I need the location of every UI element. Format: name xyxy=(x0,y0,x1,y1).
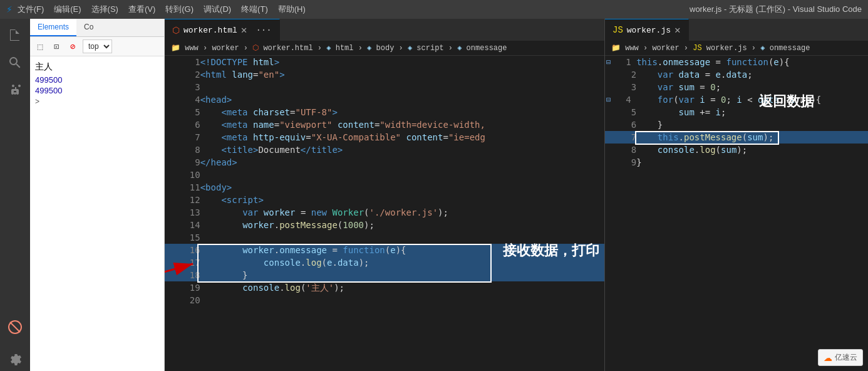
code-line: 5 sum += i; xyxy=(605,106,868,118)
menu-debug[interactable]: 调试(D) xyxy=(204,4,231,15)
settings-icon[interactable] xyxy=(4,348,26,371)
code-line: 15 xyxy=(165,231,604,244)
elements-tab[interactable]: Elements xyxy=(30,19,76,36)
value-1[interactable]: 499500 xyxy=(35,75,159,85)
search-icon[interactable] xyxy=(4,51,26,74)
right-pane: JS worker.js ✕ 📁 www › worker › JS worke… xyxy=(605,19,868,371)
watermark-icon: ☁ xyxy=(824,353,832,363)
tab-more-button[interactable]: ··· xyxy=(256,25,271,35)
code-line: 19 console.log('主人'); xyxy=(165,281,604,294)
ban-icon[interactable]: ⊘ xyxy=(66,40,79,53)
menu-bar[interactable]: 文件(F) 编辑(E) 选择(S) 查看(V) 转到(G) 调试(D) 终端(T… xyxy=(18,4,306,15)
breadcrumb-text: 📁 www › worker › ⬡ worker.html › ◈ html … xyxy=(171,43,507,53)
devtools-tab-bar: Elements Co xyxy=(30,19,164,37)
devtools-content: 主人 499500 499500 > xyxy=(30,56,164,371)
left-pane: ⬡ worker.html ✕ ··· 📁 www › worker › ⬡ w… xyxy=(165,19,605,371)
code-line: 4 ⊟ for(var i = 0; i < data; i ++){ xyxy=(605,93,868,106)
watermark: ☁ 亿速云 xyxy=(818,349,863,366)
menu-view[interactable]: 查看(V) xyxy=(128,4,155,15)
editor-area: ⬡ worker.html ✕ ··· 📁 www › worker › ⬡ w… xyxy=(165,19,868,371)
menu-terminal[interactable]: 终端(T) xyxy=(241,4,268,15)
code-line: 17 console.log(e.data); xyxy=(165,256,604,269)
code-line: 2<html lang="en"> xyxy=(165,68,604,81)
breadcrumb-text-right: 📁 www › worker › JS worker.js › ◈ onmess… xyxy=(611,43,810,53)
left-code-editor[interactable]: 1<!DOCTYPE html> 2<html lang="en"> 3 4<h… xyxy=(165,56,604,371)
menu-file[interactable]: 文件(F) xyxy=(18,4,44,15)
code-line: 5 <meta charset="UTF-8"> xyxy=(165,106,604,118)
worker-js-tab[interactable]: JS worker.js ✕ xyxy=(605,19,689,41)
console-tab[interactable]: Co xyxy=(76,19,101,36)
code-line: 2 var data = e.data; xyxy=(605,68,868,81)
code-line: 10 xyxy=(165,169,604,181)
devtools-toolbar: ⬚ ⊡ ⊘ top xyxy=(30,37,164,56)
tab-label: worker.js xyxy=(627,26,671,35)
code-line: 7 <meta http-equiv="X-UA-Compatible" con… xyxy=(165,131,604,144)
title-bar: ⚡ 文件(F) 编辑(E) 选择(S) 查看(V) 转到(G) 调试(D) 终端… xyxy=(0,0,868,19)
expand-arrow[interactable]: > xyxy=(35,97,39,106)
code-line: 1<!DOCTYPE html> xyxy=(165,56,604,68)
menu-edit[interactable]: 编辑(E) xyxy=(54,4,81,15)
code-line: 16 worker.onmessage = function(e){ xyxy=(165,244,604,256)
svg-line-1 xyxy=(10,322,20,332)
tab-close-button[interactable]: ✕ xyxy=(674,24,681,36)
left-breadcrumb: 📁 www › worker › ⬡ worker.html › ◈ html … xyxy=(165,41,604,56)
watermark-text: 亿速云 xyxy=(835,352,857,363)
explorer-icon[interactable] xyxy=(4,24,26,46)
code-line: 3 var sum = 0; xyxy=(605,81,868,93)
inspect-icon[interactable]: ⬚ xyxy=(34,40,46,53)
main-thread-label: 主人 xyxy=(35,61,159,73)
right-breadcrumb: 📁 www › worker › JS worker.js › ◈ onmess… xyxy=(605,41,868,56)
window-title: worker.js - 无标题 (工作区) - Visual Studio Co… xyxy=(690,4,862,15)
code-line: 3 xyxy=(165,81,604,93)
code-line: 6 <meta name="viewport" content="width=d… xyxy=(165,118,604,131)
js-icon: JS xyxy=(612,25,623,35)
git-icon[interactable] xyxy=(4,79,26,102)
code-table: 1<!DOCTYPE html> 2<html lang="en"> 3 4<h… xyxy=(165,56,604,306)
code-line: 18 } xyxy=(165,269,604,281)
menu-help[interactable]: 帮助(H) xyxy=(278,4,306,15)
editor-split: ⬡ worker.html ✕ ··· 📁 www › worker › ⬡ w… xyxy=(165,19,868,371)
code-line: 9</head> xyxy=(165,156,604,169)
code-line: 9} xyxy=(605,156,868,169)
device-icon[interactable]: ⊡ xyxy=(50,40,63,53)
code-line: 20 xyxy=(165,294,604,306)
code-line: 11<body> xyxy=(165,181,604,194)
activity-bar xyxy=(0,19,30,371)
tab-label: worker.html xyxy=(183,26,237,35)
devtools-panel: Elements Co ⬚ ⊡ ⊘ top 主人 499500 499500 > xyxy=(30,19,165,371)
right-code-editor[interactable]: 1 ⊟ this.onmessage = function(e){ 2 var … xyxy=(605,56,868,371)
code-line: 6 } xyxy=(605,118,868,131)
menu-goto[interactable]: 转到(G) xyxy=(165,4,194,15)
code-line: 13 var worker = new Worker('./worker.js'… xyxy=(165,206,604,219)
code-line: 8 console.log(sum); xyxy=(605,144,868,156)
worker-html-tab[interactable]: ⬡ worker.html ✕ ··· xyxy=(165,19,280,41)
debug-icon[interactable] xyxy=(4,316,26,338)
html-icon: ⬡ xyxy=(172,25,180,36)
right-code-table: 1 ⊟ this.onmessage = function(e){ 2 var … xyxy=(605,56,868,169)
vscode-icon: ⚡ xyxy=(6,3,13,16)
code-line: 8 <title>Document</title> xyxy=(165,144,604,156)
menu-select[interactable]: 选择(S) xyxy=(91,4,118,15)
code-line: 14 worker.postMessage(1000); xyxy=(165,219,604,231)
code-line: 4<head> xyxy=(165,93,604,106)
code-line: 12 <script> xyxy=(165,194,604,206)
code-line-postmessage: 7 this.postMessage(sum); xyxy=(605,131,868,144)
code-line: 1 ⊟ this.onmessage = function(e){ xyxy=(605,56,868,68)
tab-close-button[interactable]: ✕ xyxy=(241,24,247,36)
value-2[interactable]: 499500 xyxy=(35,86,159,95)
main-layout: Elements Co ⬚ ⊡ ⊘ top 主人 499500 499500 >… xyxy=(0,19,868,371)
right-tab-bar: JS worker.js ✕ xyxy=(605,19,868,41)
frame-select[interactable]: top xyxy=(83,39,112,53)
left-tab-bar: ⬡ worker.html ✕ ··· xyxy=(165,19,604,41)
